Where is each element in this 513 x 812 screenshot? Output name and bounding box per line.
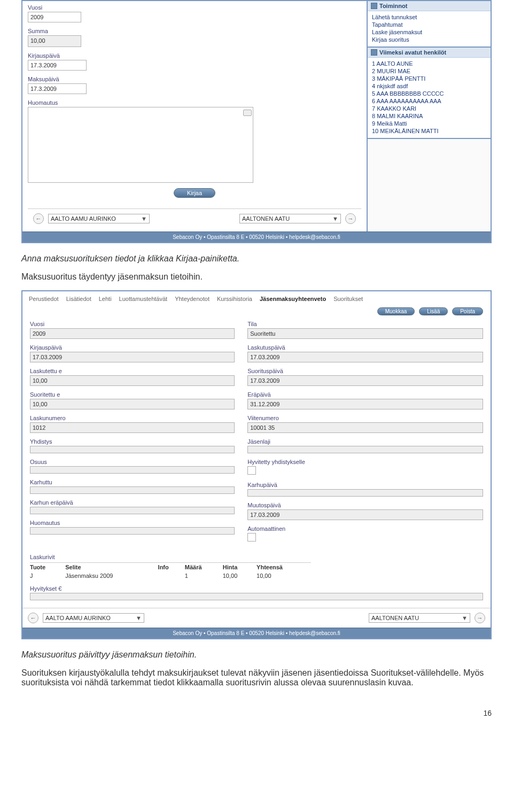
nav-name-select-right[interactable]: AALTONEN AATU ▼ (239, 214, 341, 223)
app-frame-jasenmaksuyhteenveto: Perustiedot Lisätiedot Lehti Luottamuste… (21, 290, 492, 639)
cell-yhteensa: 10,00 (256, 571, 311, 580)
nav-prev-arrow[interactable]: ← (28, 613, 38, 623)
kirjaa-button[interactable]: Kirjaa (174, 188, 215, 198)
panel-icon (371, 3, 377, 9)
jasenlaji-label: Jäsenlaji (247, 438, 483, 445)
chevron-down-icon: ▼ (332, 215, 338, 222)
sidebar-item[interactable]: Tapahtumat (368, 21, 491, 28)
poista-button[interactable]: Poista (452, 307, 483, 315)
yhdistys-value (30, 446, 235, 453)
chevron-down-icon: ▼ (462, 615, 468, 621)
laskurivit-label: Laskurivit (30, 548, 483, 560)
th-yhteensa: Yhteensä (256, 563, 311, 572)
tab-kurssihistoria[interactable]: Kurssihistoria (217, 296, 252, 302)
kirjauspaiva-label: Kirjauspäivä (30, 344, 235, 351)
hyvitykset-label: Hyvitykset € (30, 585, 483, 592)
toiminnot-list: Lähetä tunnukset Tapahtumat Laske jäsenm… (368, 11, 491, 47)
kirjauspaiva-label: Kirjauspäivä (28, 52, 361, 59)
laskutuspaiva-value: 17.03.2009 (247, 352, 483, 362)
kirjauspaiva-value: 17.03.2009 (30, 352, 235, 362)
nav-next-arrow[interactable]: → (345, 213, 356, 224)
nav-name-right: AALTONEN AATU (371, 615, 419, 621)
cell-info (158, 571, 185, 580)
karhun-erapaiva-label: Karhun eräpäivä (30, 499, 235, 506)
nav-name-select-left[interactable]: AALTO AAMU AURINKO ▼ (43, 613, 144, 623)
maksupaiva-input[interactable]: 17.3.2009 (28, 83, 87, 94)
laskurivit-table: Tuote Selite Info Määrä Hinta Yhteensä J… (30, 562, 311, 580)
huomautus-label: Huomautus (28, 99, 361, 106)
sidebar-item[interactable]: Lähetä tunnukset (368, 13, 491, 21)
lisaa-button[interactable]: Lisää (419, 307, 448, 315)
laskunumero-label: Laskunumero (30, 415, 235, 421)
vuosi-input[interactable]: 2009 (28, 12, 81, 22)
right-column: Tila Suoritettu Laskutuspäivä 17.03.2009… (247, 321, 483, 548)
main-column: Vuosi 2009 Summa 10,00 Kirjauspäivä 17.3… (22, 1, 367, 231)
viitenumero-label: Viitenumero (247, 415, 483, 421)
karhuttu-label: Karhuttu (30, 479, 235, 485)
sidebar-item[interactable]: Kirjaa suoritus (368, 36, 491, 43)
karhuttu-value (30, 486, 235, 494)
left-column: Vuosi 2009 Kirjauspäivä 17.03.2009 Lasku… (30, 321, 235, 548)
tab-lisatiedot[interactable]: Lisätiedot (66, 296, 91, 302)
cell-selite: Jäsenmaksu 2009 (65, 571, 158, 580)
doc-paragraph: Maksusuoritus täydentyy jäsenmaksun tiet… (21, 272, 492, 282)
viitenumero-value: 10001 35 (247, 422, 483, 433)
tila-value: Suoritettu (247, 328, 483, 339)
vuosi-label: Vuosi (30, 321, 235, 327)
muutospaiva-label: Muutospäivä (247, 502, 483, 508)
panel-icon (371, 49, 377, 56)
nav-name-right: AALTONEN AATU (242, 215, 290, 222)
suoritettu-value: 10,00 (30, 399, 235, 409)
recent-person-link[interactable]: 4 nkjskdf asdf (368, 82, 491, 90)
recent-person-link[interactable]: 1 AALTO AUNE (368, 60, 491, 67)
toiminnot-header: Toiminnot (368, 1, 491, 11)
nav-prev-arrow[interactable]: ← (33, 213, 44, 224)
suorituspaiva-label: Suorituspäivä (247, 368, 483, 374)
recent-person-link[interactable]: 5 AAA BBBBBBBB CCCCC (368, 90, 491, 97)
cell-maara: 1 (185, 571, 223, 580)
tab-lehti[interactable]: Lehti (99, 296, 112, 302)
table-row: J Jäsenmaksu 2009 1 10,00 10,00 (30, 571, 311, 580)
maksupaiva-label: Maksupäivä (28, 76, 361, 82)
huomautus-label: Huomautus (30, 520, 235, 526)
recent-person-link[interactable]: 10 MEIKÄLÄINEN MATTI (368, 127, 491, 135)
huomautus-textarea[interactable] (28, 107, 253, 183)
app-frame-kirjaa-suoritus: Vuosi 2009 Summa 10,00 Kirjauspäivä 17.3… (21, 0, 492, 243)
tab-suoritukset[interactable]: Suoritukset (333, 296, 363, 302)
nav-name-select-right[interactable]: AALTONEN AATU ▼ (369, 613, 470, 623)
laskunumero-value: 1012 (30, 422, 235, 433)
suoritettu-label: Suoritettu e (30, 391, 235, 398)
sidebar-item[interactable]: Laske jäsenmaksut (368, 28, 491, 36)
tab-jasenmaksuyhteenveto[interactable]: Jäsenmaksuyhteenveto (260, 296, 326, 302)
recent-person-link[interactable]: 8 MALMI KAARINA (368, 112, 491, 120)
hyvitykset-value (30, 593, 483, 600)
hyvitetty-label: Hyvitetty yhdistykselle (247, 459, 483, 465)
automaattinen-checkbox[interactable] (247, 533, 256, 542)
recent-person-link[interactable]: 7 KAAKKO KARI (368, 105, 491, 112)
tab-yhteydenotot[interactable]: Yhteydenotot (175, 296, 209, 302)
tab-luottamustehtavat[interactable]: Luottamustehtävät (119, 296, 168, 302)
nav-name-select-left[interactable]: AALTO AAMU AURINKO ▼ (48, 214, 150, 223)
recent-person-link[interactable]: 3 MÄKIPÄÄ PENTTI (368, 75, 491, 82)
nav-next-arrow[interactable]: → (475, 613, 485, 623)
jasenlaji-value (247, 446, 483, 453)
recent-person-link[interactable]: 2 MUURI MAE (368, 67, 491, 75)
recent-person-link[interactable]: 6 AAA AAAAAAAAAA AAA (368, 97, 491, 105)
viimeksi-title: Viimeksi avatut henkilöt (379, 49, 446, 56)
summa-label: Summa (28, 28, 361, 34)
vuosi-value: 2009 (30, 328, 235, 339)
nav-name-left: AALTO AAMU AURINKO (51, 215, 116, 222)
huomautus-value (30, 527, 235, 535)
tab-perustiedot[interactable]: Perustiedot (29, 296, 59, 302)
osuus-label: Osuus (30, 459, 235, 465)
kirjauspaiva-input[interactable]: 17.3.2009 (28, 60, 87, 71)
hyvitetty-checkbox[interactable] (247, 466, 256, 475)
chevron-down-icon: ▼ (141, 215, 147, 222)
muokkaa-button[interactable]: Muokkaa (377, 307, 415, 315)
vuosi-label: Vuosi (28, 4, 361, 11)
recent-person-link[interactable]: 9 Meikä Matti (368, 120, 491, 127)
laskutettu-value: 10,00 (30, 375, 235, 386)
osuus-value (30, 466, 235, 474)
karhupaiva-label: Karhupäivä (247, 482, 483, 488)
laskutettu-label: Laskutettu e (30, 368, 235, 374)
